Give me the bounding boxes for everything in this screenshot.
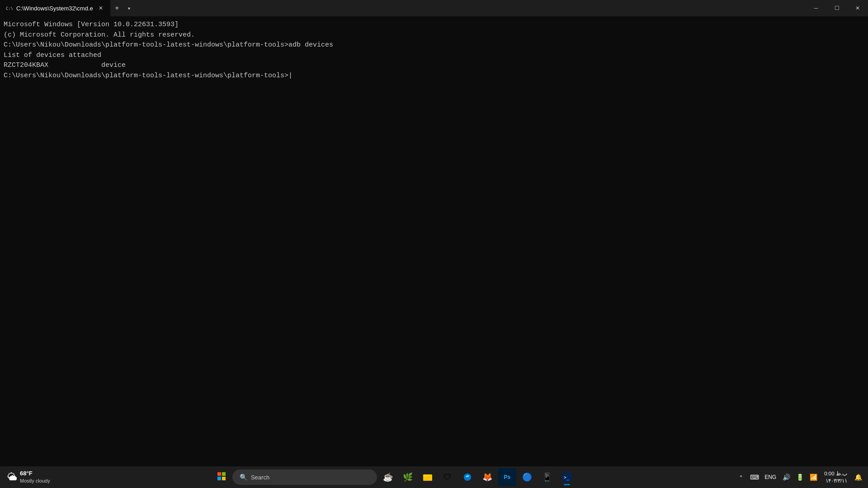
maximize-button[interactable]: ☐	[826, 0, 847, 16]
clock[interactable]: 0:00 ب.ظ ۱۴۰۳/۳/۱۱	[821, 470, 851, 484]
search-label: Search	[251, 474, 269, 481]
cmd-icon: C:\	[5, 5, 13, 12]
term-line-4: C:\Users\Nikou\Downloads\platform-tools-…	[4, 40, 864, 51]
tab-area: C:\ C:\Windows\System32\cmd.e ✕ + ▾	[0, 0, 806, 16]
weather-widget[interactable]: 🌥 68°F Mostly cloudy	[4, 468, 54, 486]
svg-rect-3	[222, 472, 226, 476]
taskbar-center: 🔍 Search ☕ 🌿 🛡 🦊 Ps 🔵 📱 >_	[56, 468, 733, 486]
start-icon	[217, 472, 226, 483]
term-line-1: Microsoft Windows [Version 10.0.22631.35…	[4, 20, 864, 30]
tab-title: C:\Windows\System32\cmd.e	[16, 5, 93, 12]
taskbar-right: ^ ⌨ ENG 🔊 🔋 📶 0:00 ب.ظ ۱۴۰۳/۳/۱۱ 🔔	[735, 470, 864, 484]
term-line-2: (c) Microsoft Corporation. All rights re…	[4, 30, 864, 41]
svg-text:>_: >_	[564, 475, 570, 480]
search-bar[interactable]: 🔍 Search	[232, 469, 377, 485]
close-button[interactable]: ✕	[847, 0, 868, 16]
clock-time: 0:00 ب.ظ	[824, 470, 847, 477]
tray-chevron[interactable]: ^	[735, 471, 747, 483]
tray-notification[interactable]: 🔔	[852, 471, 864, 483]
new-tab-button[interactable]: +	[110, 1, 124, 15]
taskbar-app-vpn[interactable]: 🛡	[439, 468, 457, 486]
taskbar-app-android[interactable]: 📱	[538, 468, 556, 486]
svg-rect-4	[217, 477, 221, 480]
taskbar-app-photoshop[interactable]: Ps	[498, 468, 516, 486]
clock-date: ۱۴۰۳/۳/۱۱	[826, 477, 847, 484]
terminal-content[interactable]: Microsoft Windows [Version 10.0.22631.35…	[0, 16, 868, 466]
taskbar-app-firefox[interactable]: 🦊	[478, 468, 496, 486]
title-bar: C:\ C:\Windows\System32\cmd.e ✕ + ▾ ─ ☐ …	[0, 0, 868, 16]
tab-close-button[interactable]: ✕	[97, 4, 105, 12]
tray-keyboard[interactable]: ⌨	[748, 471, 761, 483]
taskbar-app-edge[interactable]	[458, 468, 476, 486]
svg-rect-2	[217, 472, 221, 476]
weather-desc: Mostly cloudy	[20, 478, 50, 484]
svg-text:C:\: C:\	[6, 6, 13, 11]
tray-battery[interactable]: 🔋	[793, 471, 806, 483]
taskbar-app-browser2[interactable]: 🔵	[518, 468, 536, 486]
svg-rect-8	[423, 474, 427, 476]
tray-network[interactable]: 📶	[807, 471, 820, 483]
weather-info: 68°F Mostly cloudy	[20, 470, 50, 484]
taskbar-app-file-explorer[interactable]	[419, 468, 437, 486]
term-line-5: List of devices attached	[4, 51, 864, 61]
weather-icon: 🌥	[7, 471, 17, 483]
system-tray: ^ ⌨	[735, 471, 761, 483]
search-icon: 🔍	[240, 474, 247, 481]
window-controls: ─ ☐ ✕	[806, 0, 868, 16]
weather-temp: 68°F	[20, 470, 50, 478]
taskbar: 🌥 68°F Mostly cloudy 🔍 Search ☕ 🌿	[0, 466, 868, 488]
tab-dropdown-button[interactable]: ▾	[124, 3, 135, 14]
svg-rect-5	[222, 477, 226, 480]
taskbar-app-java[interactable]: ☕	[379, 468, 397, 486]
tray-speaker[interactable]: 🔊	[780, 471, 793, 483]
active-tab[interactable]: C:\ C:\Windows\System32\cmd.e ✕	[0, 0, 110, 16]
language-button[interactable]: ENG	[762, 473, 779, 481]
start-button[interactable]	[212, 468, 231, 486]
minimize-button[interactable]: ─	[806, 0, 826, 16]
taskbar-app-plant[interactable]: 🌿	[399, 468, 417, 486]
term-line-6: RZCT204KBAX device	[4, 61, 864, 71]
taskbar-app-terminal[interactable]: >_	[558, 468, 576, 486]
term-prompt: C:\Users\Nikou\Downloads\platform-tools-…	[4, 71, 864, 81]
